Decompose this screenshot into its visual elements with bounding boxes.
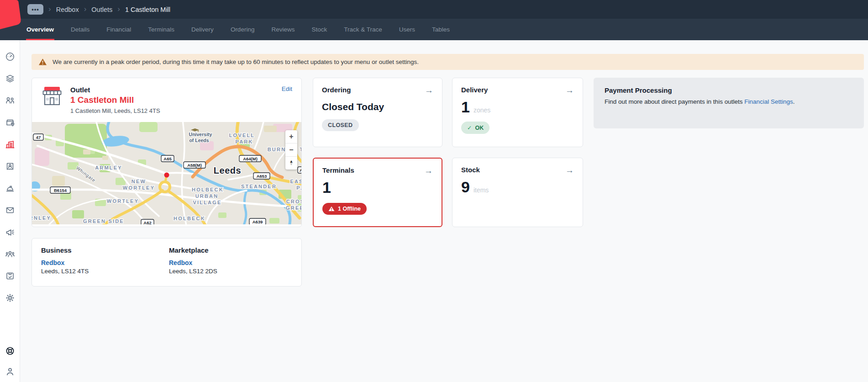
- svg-text:LOVELL: LOVELL: [229, 133, 255, 138]
- stock-count: 9: [461, 179, 470, 196]
- stock-title: Stock: [461, 166, 480, 174]
- service-bell-icon[interactable]: [5, 183, 15, 193]
- ordering-title: Ordering: [322, 86, 351, 94]
- reports-check-icon[interactable]: [5, 271, 15, 281]
- svg-text:EAS: EAS: [290, 179, 302, 184]
- svg-text:WORTLEY: WORTLEY: [107, 198, 139, 204]
- stock-card[interactable]: Stock → 9 items: [452, 158, 583, 227]
- outlet-info: Outlet 1 Castleton Mill 1 Castleton Mill…: [32, 78, 301, 122]
- businesses-icon[interactable]: [5, 139, 15, 149]
- svg-text:of Leeds: of Leeds: [189, 138, 209, 143]
- tab-reviews[interactable]: Reviews: [271, 19, 295, 40]
- delivery-ok-badge: ✓ OK: [461, 122, 489, 134]
- tab-tables[interactable]: Tables: [432, 19, 450, 40]
- tab-financial[interactable]: Financial: [106, 19, 131, 40]
- breadcrumb-menu-button[interactable]: •••: [27, 4, 43, 15]
- menus-layers-icon[interactable]: [5, 74, 15, 84]
- settings-gear-icon[interactable]: [5, 293, 15, 303]
- svg-text:ARMLEY: ARMLEY: [95, 165, 122, 170]
- warning-triangle-icon: [328, 206, 335, 212]
- svg-text:TO: TO: [300, 147, 302, 152]
- map-zoom-out-button[interactable]: −: [285, 143, 297, 156]
- teams-icon[interactable]: [5, 249, 15, 259]
- account-person-icon[interactable]: [5, 366, 15, 377]
- customers-icon[interactable]: [5, 96, 15, 106]
- svg-text:A653: A653: [257, 174, 267, 179]
- tab-delivery[interactable]: Delivery: [191, 19, 214, 40]
- breadcrumb-outlets[interactable]: Outlets: [91, 6, 112, 13]
- messages-icon[interactable]: [5, 205, 15, 215]
- check-icon: ✓: [467, 124, 472, 131]
- marketplace-link[interactable]: Redbox: [169, 259, 292, 266]
- sidebar-bottom: [5, 346, 15, 377]
- arrow-right-icon[interactable]: →: [565, 166, 574, 175]
- map-marker[interactable]: [164, 173, 169, 178]
- svg-text:RNLEY: RNLEY: [32, 215, 51, 221]
- marketplace-address: Leeds, LS12 2DS: [169, 268, 292, 275]
- delivery-zones-unit: zones: [473, 106, 490, 114]
- svg-text:STEANDER: STEANDER: [241, 184, 277, 189]
- business-marketplace-card: Business Redbox Leeds, LS12 4TS Marketpl…: [32, 238, 302, 286]
- tab-details[interactable]: Details: [71, 19, 89, 40]
- help-lifebuoy-icon[interactable]: [5, 346, 15, 356]
- map-canvas[interactable]: ARMLEY NEW WORTLEY WORTLEY GREEN SIDE RN…: [32, 122, 302, 224]
- dashboard-icon[interactable]: [5, 52, 15, 62]
- svg-text:A58(M): A58(M): [187, 163, 202, 168]
- svg-text:WORTLEY: WORTLEY: [123, 185, 155, 191]
- tab-track-trace[interactable]: Track & Trace: [344, 19, 382, 40]
- edit-outlet-link[interactable]: Edit: [282, 85, 292, 92]
- svg-text:URBAN: URBAN: [195, 193, 219, 199]
- financial-settings-link[interactable]: Financial Settings: [744, 98, 793, 105]
- arrow-right-icon[interactable]: →: [565, 86, 574, 95]
- breadcrumb-current-outlet: 1 Castleton Mill: [125, 6, 170, 13]
- storefront-icon: [41, 86, 63, 106]
- map-compass-button[interactable]: ▲▼: [285, 156, 297, 170]
- stock-unit: items: [473, 186, 489, 194]
- marketing-megaphone-icon[interactable]: [5, 227, 15, 237]
- warning-triangle-icon: [38, 58, 47, 66]
- arrow-right-icon[interactable]: →: [424, 166, 433, 175]
- delivery-title: Delivery: [461, 86, 488, 94]
- breadcrumb-separator-icon: ›: [84, 5, 87, 14]
- tab-ordering[interactable]: Ordering: [231, 19, 255, 40]
- outlet-map[interactable]: ARMLEY NEW WORTLEY WORTLEY GREEN SIDE RN…: [32, 122, 302, 224]
- ordering-card[interactable]: Ordering → Closed Today CLOSED: [313, 78, 442, 147]
- svg-text:University: University: [189, 132, 212, 137]
- banner-text: We are currently in a peak order period,…: [53, 58, 419, 65]
- svg-text:VILLAGE: VILLAGE: [193, 200, 221, 205]
- outlets-storefront-icon[interactable]: [5, 117, 15, 127]
- breadcrumb-separator-icon: ›: [48, 5, 51, 14]
- outlet-card-title: Outlet: [70, 86, 160, 94]
- icon-sidebar: [0, 40, 20, 382]
- svg-text:A6: A6: [300, 168, 302, 173]
- breadcrumb-separator-icon: ›: [117, 5, 120, 14]
- tab-overview[interactable]: Overview: [26, 19, 54, 40]
- map-zoom-in-button[interactable]: +: [285, 130, 297, 143]
- terminals-count: 1: [322, 179, 331, 196]
- outlet-card: Outlet 1 Castleton Mill 1 Castleton Mill…: [32, 78, 302, 227]
- svg-text:HOLBECK: HOLBECK: [174, 216, 205, 221]
- delivery-zones-count: 1: [461, 99, 470, 116]
- svg-text:A65: A65: [163, 156, 172, 161]
- tab-users[interactable]: Users: [399, 19, 415, 40]
- orders-receipt-icon[interactable]: [5, 161, 15, 171]
- tab-stock[interactable]: Stock: [311, 19, 327, 40]
- outlet-address: 1 Castleton Mill, Leeds, LS12 4TS: [70, 107, 160, 114]
- terminals-card[interactable]: Terminals → 1 1 Offline: [313, 158, 442, 227]
- arrow-right-icon[interactable]: →: [425, 86, 433, 95]
- svg-text:HOLBECK: HOLBECK: [192, 187, 224, 192]
- tab-terminals[interactable]: Terminals: [148, 19, 174, 40]
- payment-title: Payment Processing: [605, 86, 853, 94]
- outlet-tabbar: Overview Details Financial Terminals Del…: [0, 19, 868, 40]
- business-link[interactable]: Redbox: [41, 259, 169, 266]
- delivery-card[interactable]: Delivery → 1 zones ✓ OK: [452, 78, 583, 147]
- svg-text:GREEN SIDE: GREEN SIDE: [83, 218, 124, 224]
- svg-text:A62: A62: [143, 220, 151, 225]
- outlet-name: 1 Castleton Mill: [70, 95, 160, 105]
- breadcrumb-redbox[interactable]: Redbox: [56, 6, 79, 13]
- svg-text:B6154: B6154: [54, 188, 67, 193]
- terminals-offline-badge: 1 Offline: [322, 203, 367, 215]
- svg-text:A64(M): A64(M): [243, 156, 258, 161]
- business-title: Business: [41, 246, 169, 254]
- svg-text:CROS: CROS: [286, 199, 302, 204]
